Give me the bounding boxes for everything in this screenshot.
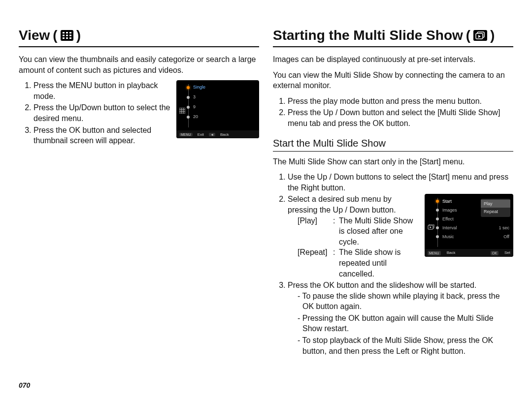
svg-rect-9 (69, 37, 71, 39)
top-step-1: Press the play mode button and press the… (288, 96, 513, 107)
lcd-dot-3 (187, 106, 190, 109)
lcd-row-single: Single (193, 85, 205, 90)
paren-open2: ( (466, 28, 470, 43)
view-heading: View ( ) (19, 28, 259, 43)
lcd-exit-chip: MENU (179, 133, 193, 136)
svg-rect-8 (66, 37, 68, 39)
left-column: View ( ) You can view the thumbnails an (19, 28, 259, 381)
heading-rule-2 (273, 46, 513, 47)
lcd2-menu-effect: Effect (442, 216, 454, 222)
manual-page: View ( ) You can view the thumbnails an (0, 0, 532, 401)
dash-list: - To pause the slide shown while playing… (288, 291, 513, 357)
lcd-dot-4 (187, 116, 190, 119)
option-play: [Play] : The Multi Slide Show is closed … (298, 216, 418, 247)
paren-open: ( (53, 28, 57, 43)
dash-2: - Pressing the OK button again will caus… (298, 313, 513, 334)
page-number: 070 (19, 381, 513, 389)
popup-repeat: Repeat (481, 208, 510, 216)
slideshow-intro2: You can view the Multi Slide Show by con… (273, 70, 513, 91)
dash-1: - To pause the slide shown while playing… (298, 291, 513, 312)
svg-rect-2 (66, 32, 68, 33)
lcd2-set-chip: OK (491, 251, 499, 255)
dash-1-text: To pause the slide shown while playing i… (302, 292, 499, 311)
sub-step-3-text: Press the OK button and the slideshow wi… (288, 281, 476, 289)
lcd2-bottom-bar: MENU Back OK Set (425, 249, 513, 257)
right-column: Starting the Multi Slide Show ( ) Images… (273, 28, 513, 381)
option-play-desc: The Multi Slide Show is closed after one… (339, 216, 418, 247)
popup-play: Play (481, 200, 510, 208)
lcd2-back-label: Back (447, 250, 456, 256)
lcd2-vline (437, 198, 438, 247)
svg-rect-5 (66, 35, 68, 36)
sub-rule (273, 151, 513, 152)
paren-close2: ) (490, 28, 495, 43)
lcd-back-label: Back (220, 132, 229, 137)
dash-2-text: Pressing the OK button again will cause … (302, 314, 494, 333)
lcd2-menu-images: Images (442, 207, 457, 213)
option-table: [Play] : The Multi Slide Show is closed … (298, 216, 418, 279)
dash-3: - To stop playback of the Multi Slide Sh… (298, 335, 513, 356)
grid-icon (179, 108, 185, 114)
sub-intro: The Multi Slide Show can start only in t… (273, 156, 513, 167)
lcd-dot-2 (187, 96, 190, 99)
colon: : (333, 247, 339, 279)
sub-step-2: Select a desired sub menu by pressing th… (288, 194, 513, 279)
lcd-row-3: 3 (193, 94, 196, 99)
option-play-key: [Play] (298, 216, 333, 247)
view-step-1: Press the MENU button in playback mode. (33, 80, 170, 101)
view-heading-text: View (19, 28, 50, 43)
lcd2-menu-start: Start (442, 198, 452, 204)
option-repeat-key: [Repeat] (298, 247, 333, 279)
lcd2-dot-5 (436, 235, 439, 238)
heading-rule (19, 46, 259, 47)
two-column-layout: View ( ) You can view the thumbnails an (19, 28, 513, 381)
svg-rect-6 (69, 35, 71, 36)
sub-step-2-main: Select a desired sub menu by pressing th… (288, 194, 418, 215)
start-subheading: Start the Multi Slide Show (273, 138, 513, 149)
dash-3-text: To stop playback of the Multi Slide Show… (302, 336, 493, 355)
view-intro: You can view the thumbnails and easily c… (19, 54, 259, 75)
paren-close: ) (76, 28, 81, 43)
lcd2-menu-music: Music (442, 234, 454, 240)
lcd-row-20: 20 (193, 114, 198, 119)
top-step-2: Press the Up / Down button and select th… (288, 107, 513, 128)
lcd-bottom-bar: MENU Exit ◄ Back (176, 130, 259, 138)
option-repeat-desc: The Slide show is repeated until cancell… (339, 247, 418, 279)
lcd2-dot-4 (436, 226, 439, 229)
view-steps-row: Press the MENU button in playback mode. … (19, 80, 259, 147)
multi-slideshow-icon (473, 30, 487, 41)
slideshow-icon (428, 224, 434, 232)
sub-steps: Use the Up / Down buttons to select the … (273, 172, 513, 356)
lcd2-dot-3 (436, 217, 439, 220)
camera-lcd-slideshow: Start Images Effect Interval Music 1 sec… (425, 194, 513, 257)
lcd-back-chip: ◄ (209, 133, 215, 136)
slideshow-heading: Starting the Multi Slide Show ( ) (273, 28, 513, 43)
option-repeat: [Repeat] : The Slide show is repeated un… (298, 247, 418, 279)
lcd2-val-music: Off (503, 234, 509, 240)
svg-rect-1 (63, 32, 65, 33)
grid-thumbnails-icon (61, 30, 73, 41)
lcd2-val-interval: 1 sec (499, 225, 509, 231)
sub-step-2-text: Select a desired sub menu by pressing th… (288, 194, 418, 279)
svg-rect-7 (63, 37, 65, 39)
lcd2-popup: Play Repeat (481, 199, 510, 216)
lcd-row-9: 9 (193, 104, 196, 109)
lcd2-menu-interval: Interval (442, 225, 457, 231)
slideshow-intro1: Images can be displayed continuously at … (273, 54, 513, 65)
sub-step-1: Use the Up / Down buttons to select the … (288, 172, 513, 193)
lcd-exit-label: Exit (198, 132, 204, 137)
camera-lcd-view: Single 3 9 20 MENU Exit ◄ Back (176, 80, 259, 138)
svg-rect-10 (179, 108, 185, 114)
slideshow-heading-text: Starting the Multi Slide Show (273, 28, 463, 43)
lcd2-set-label: Set (504, 250, 510, 256)
svg-rect-3 (69, 32, 71, 33)
view-step-3: Press the OK button and selected thumbna… (33, 125, 170, 146)
colon: : (333, 216, 339, 247)
slideshow-top-steps: Press the play mode button and press the… (273, 96, 513, 129)
lcd2-back-chip: MENU (428, 251, 441, 255)
svg-rect-4 (63, 35, 65, 36)
lcd2-dot-1 (436, 200, 439, 203)
lcd-dot-1 (187, 86, 190, 89)
lcd2-dot-2 (436, 209, 439, 212)
view-steps-list: Press the MENU button in playback mode. … (19, 80, 170, 147)
